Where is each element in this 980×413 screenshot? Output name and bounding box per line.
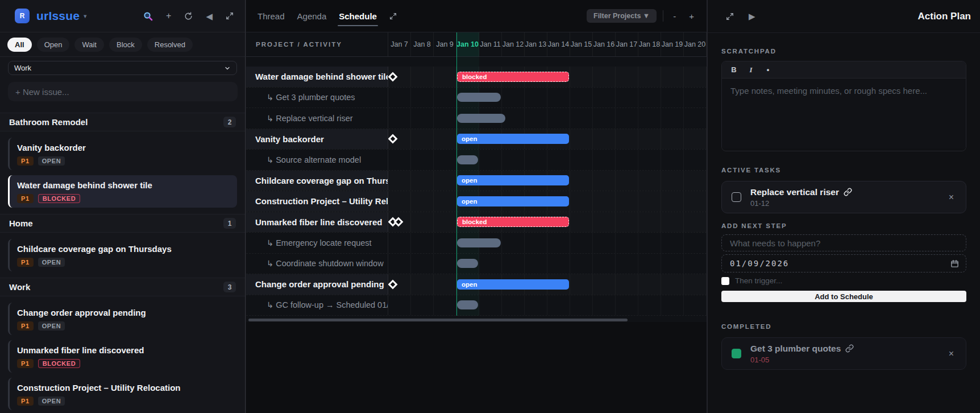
filter-pill-block[interactable]: Block	[109, 38, 142, 52]
gantt-bar-open[interactable]: open	[457, 279, 569, 290]
filter-pill-resolved[interactable]: Resolved	[147, 38, 193, 52]
gantt-row: ↳ Coordinate shutdown window	[246, 254, 707, 275]
expand-icon[interactable]	[225, 11, 235, 21]
grid-cell	[411, 108, 434, 129]
gantt-row: Vanity backorderopen	[246, 129, 707, 150]
horizontal-scrollbar-thumb[interactable]	[248, 319, 628, 321]
date-cell-today: Jan 10	[456, 32, 479, 56]
grid-cell	[616, 254, 638, 274]
issue-item[interactable]: Construction Project – Utility Relocatio…	[8, 378, 237, 410]
group-header[interactable]: Work3	[0, 278, 245, 296]
grid-cell	[411, 295, 434, 316]
filter-projects-button[interactable]: Filter Projects ▼	[587, 9, 657, 23]
app-logo[interactable]: R	[15, 9, 30, 23]
date-picker-field[interactable]: 01/09/2026	[721, 254, 966, 272]
zoom-in-button[interactable]: +	[686, 11, 697, 21]
grid-cell	[434, 295, 456, 316]
gantt-bar-open[interactable]: open	[457, 175, 569, 185]
grid-cell	[638, 108, 661, 129]
gantt-bar-open[interactable]: open	[457, 134, 569, 144]
gantt-row-label[interactable]: Unmarked fiber line discovered	[246, 212, 388, 233]
gantt-bar-sub[interactable]	[457, 300, 478, 309]
grid-cell	[411, 254, 434, 274]
grid-cell	[593, 129, 616, 150]
trigger-checkbox[interactable]	[721, 277, 729, 285]
gantt-bar-open[interactable]: open	[457, 196, 569, 206]
grid-cell	[570, 129, 593, 150]
grid-cell	[638, 171, 661, 191]
grid-cell	[661, 108, 684, 129]
gantt-row-label[interactable]: Water damage behind shower tile	[246, 67, 388, 87]
gantt-row-label[interactable]: ↳ Get 3 plumber quotes	[246, 88, 388, 108]
app-name-caret-icon[interactable]: ▾	[84, 13, 87, 20]
task-title-text: Get 3 plumber quotes	[750, 344, 841, 354]
project-select[interactable]: Work	[8, 61, 237, 75]
next-step-input[interactable]	[721, 234, 966, 251]
trigger-label: Then trigger...	[735, 276, 782, 285]
filter-pill-all[interactable]: All	[7, 38, 32, 52]
gantt-row-label[interactable]: Vanity backorder	[246, 129, 388, 150]
back-icon[interactable]: ◀	[205, 11, 214, 22]
gantt-row: Childcare coverage gap on Thursdaysopen	[246, 171, 707, 192]
panel-expand-icon[interactable]	[725, 11, 735, 22]
gantt-row-label[interactable]: Childcare coverage gap on Thursdays	[246, 171, 388, 191]
gantt-row-label[interactable]: Change order approval pending	[246, 274, 388, 295]
add-to-schedule-button[interactable]: Add to Schedule	[721, 291, 966, 302]
play-icon[interactable]: ▶	[748, 11, 757, 22]
new-issue-input[interactable]	[8, 82, 238, 101]
grid-cell	[616, 191, 638, 212]
group-header[interactable]: Bathroom Remodel2	[0, 113, 245, 131]
bold-button[interactable]: B	[726, 64, 741, 76]
task-checkbox-checked[interactable]	[732, 349, 741, 358]
filter-pill-wait[interactable]: Wait	[74, 38, 104, 52]
remove-task-icon[interactable]: ×	[946, 190, 956, 205]
tab-schedule[interactable]: Schedule	[339, 0, 377, 32]
gantt-row: ↳ Get 3 plumber quotes	[246, 88, 707, 109]
schedule-panel: ThreadAgendaSchedule Filter Projects ▼ -…	[246, 0, 707, 413]
tab-thread[interactable]: Thread	[258, 0, 285, 32]
gantt-row-label[interactable]: ↳ Coordinate shutdown window	[246, 254, 388, 274]
action-plan-header: ▶ Action Plan	[708, 0, 980, 33]
grid-cell	[593, 233, 616, 253]
gantt-bar-sub[interactable]	[457, 114, 505, 123]
gantt-bar-sub[interactable]	[457, 259, 478, 268]
priority-badge: P1	[17, 156, 34, 166]
italic-button[interactable]: I	[744, 64, 758, 76]
gantt-bar-sub[interactable]	[457, 155, 478, 164]
issue-item[interactable]: Childcare coverage gap on ThursdaysP1OPE…	[8, 239, 237, 271]
remove-task-icon[interactable]: ×	[946, 346, 956, 361]
gantt-bar-blocked[interactable]: blocked	[457, 217, 569, 227]
filter-pills: AllOpenWaitBlockResolved	[0, 32, 245, 57]
tab-agenda[interactable]: Agenda	[297, 0, 327, 32]
gantt-bar-sub[interactable]	[457, 238, 501, 247]
issue-item[interactable]: Vanity backorderP1OPEN	[8, 138, 237, 170]
gantt-row: ↳ Replace vertical riser	[246, 108, 707, 129]
gantt-row-label[interactable]: ↳ Source alternate model	[246, 150, 388, 170]
gantt-row-label[interactable]: ↳ Emergency locate request	[246, 233, 388, 253]
gantt-bar-blocked[interactable]: blocked	[457, 72, 569, 82]
issue-item[interactable]: Unmarked fiber line discoveredP1BLOCKED	[8, 340, 237, 373]
zoom-out-button[interactable]: -	[670, 11, 679, 21]
issue-badges: P1OPEN	[17, 258, 230, 267]
issue-title: Unmarked fiber line discovered	[17, 345, 230, 355]
group-header[interactable]: Home1	[0, 214, 245, 233]
bullet-button[interactable]: •	[761, 64, 775, 76]
filter-pill-open[interactable]: Open	[37, 38, 70, 52]
search-icon[interactable]	[142, 10, 154, 22]
gantt-row-timeline: open	[388, 171, 707, 191]
issue-item[interactable]: Water damage behind shower tileP1BLOCKED	[8, 175, 237, 208]
completed-tasks-list: Get 3 plumber quotes01-05×	[721, 337, 966, 370]
scratchpad-textarea[interactable]	[722, 79, 966, 148]
gantt-row-label[interactable]: ↳ Replace vertical riser	[246, 108, 388, 129]
schedule-expand-icon[interactable]	[388, 11, 398, 21]
gantt-row-label[interactable]: ↳ GC follow-up → Scheduled 01/09	[246, 295, 388, 316]
gantt-row-label[interactable]: Construction Project – Utility Relocatio…	[246, 191, 388, 212]
refresh-icon[interactable]	[183, 11, 194, 22]
task-checkbox[interactable]	[732, 192, 741, 202]
issue-item[interactable]: Change order approval pendingP1OPEN	[8, 303, 237, 335]
gantt-bar-sub[interactable]	[457, 93, 501, 102]
grid-cell	[502, 295, 525, 316]
add-icon[interactable]: +	[165, 10, 172, 22]
grid-cell	[388, 171, 411, 191]
priority-badge: P1	[17, 321, 34, 331]
